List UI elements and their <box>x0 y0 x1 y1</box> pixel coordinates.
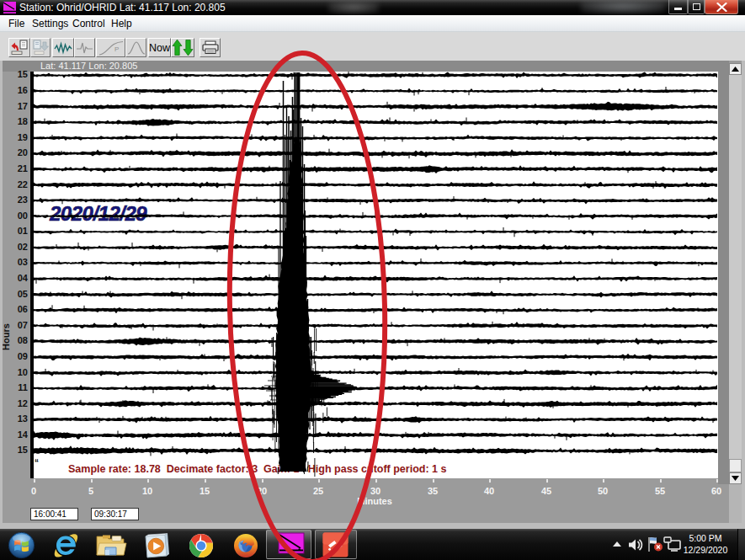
svg-text:P: P <box>114 45 119 53</box>
svg-text:Sample rate: 18.78 Decimate f: Sample rate: 18.78 Decimate factor: 3 Ga… <box>68 463 446 475</box>
svg-text:2020/12/29: 2020/12/29 <box>49 202 147 225</box>
svg-text:“: “ <box>35 458 39 467</box>
